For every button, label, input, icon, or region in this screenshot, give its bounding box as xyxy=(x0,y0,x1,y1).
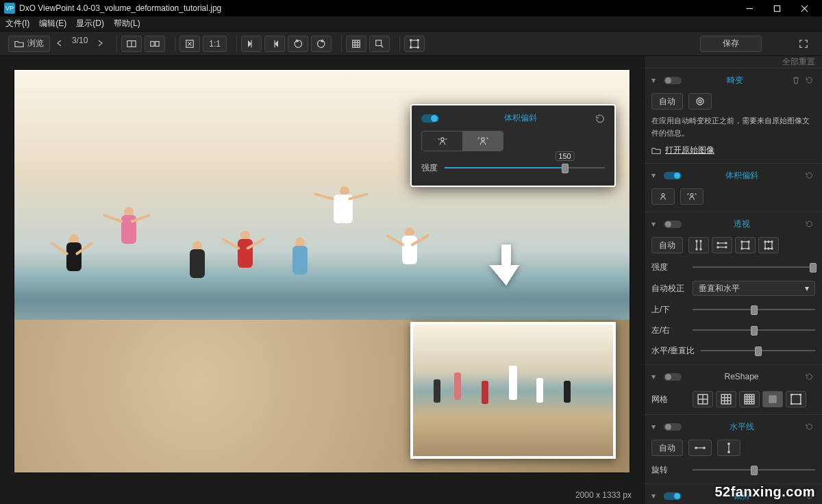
perspective-auto-button[interactable]: 自动 xyxy=(651,237,683,253)
reset-all-label[interactable]: 全部重置 xyxy=(782,56,815,68)
svg-point-29 xyxy=(700,240,701,242)
perspective-intensity-slider[interactable] xyxy=(693,260,815,274)
rotate-slider[interactable] xyxy=(693,463,815,477)
grid-2x2-button[interactable] xyxy=(693,391,713,407)
window-minimize-button[interactable] xyxy=(736,0,763,16)
leftright-slider[interactable] xyxy=(693,323,815,337)
image-canvas[interactable]: 体积偏斜 强度 150 xyxy=(14,69,630,473)
svg-point-48 xyxy=(768,248,769,249)
volume-spherical-button[interactable] xyxy=(651,188,675,205)
grid-solid-button[interactable] xyxy=(762,391,783,407)
horizon-auto-button[interactable]: 自动 xyxy=(651,440,683,456)
undo-icon[interactable] xyxy=(804,220,815,228)
svg-point-68 xyxy=(800,394,801,395)
save-button[interactable]: 保存 xyxy=(700,36,762,52)
perspective-8point-button[interactable] xyxy=(758,237,779,253)
grid-4x4-button[interactable] xyxy=(739,391,760,407)
open-original-link[interactable]: 打开原始图像 xyxy=(651,144,815,156)
flip-vertical-button[interactable] xyxy=(264,36,285,52)
svg-rect-9 xyxy=(353,40,360,47)
chevron-down-icon[interactable]: ▾ xyxy=(651,491,660,501)
horizon-toggle[interactable] xyxy=(664,423,682,431)
undo-icon[interactable] xyxy=(804,76,815,84)
rotate-right-button[interactable] xyxy=(311,36,332,52)
chevron-down-icon[interactable]: ▾ xyxy=(651,422,660,431)
grid-3x3-button[interactable] xyxy=(716,391,736,407)
title-file: 03_volume_deformation_tutorial.jpg xyxy=(91,3,222,13)
svg-point-40 xyxy=(748,241,749,242)
autocorrect-select[interactable]: 垂直和水平 ▾ xyxy=(693,281,815,296)
volume-toggle[interactable] xyxy=(664,172,682,179)
chevron-down-icon[interactable]: ▾ xyxy=(651,75,660,85)
menu-help[interactable]: 帮助(L) xyxy=(114,18,140,29)
volume-cylindrical-button[interactable] xyxy=(680,188,703,205)
reshape-tool-button[interactable] xyxy=(404,36,425,52)
menu-edit[interactable]: 编辑(E) xyxy=(39,18,66,29)
next-image-button[interactable] xyxy=(93,36,107,51)
overlay-undo-icon[interactable] xyxy=(595,114,605,123)
svg-rect-14 xyxy=(376,40,382,45)
svg-point-16 xyxy=(410,39,412,40)
svg-point-36 xyxy=(717,247,719,248)
svg-point-41 xyxy=(741,248,743,249)
flip-horizontal-button[interactable] xyxy=(241,36,262,52)
svg-point-18 xyxy=(410,47,412,48)
chevron-down-icon[interactable]: ▾ xyxy=(651,219,660,229)
menu-file[interactable]: 文件(I) xyxy=(5,18,29,29)
undo-icon[interactable] xyxy=(804,373,815,381)
overlay-intensity-value: 150 xyxy=(555,151,574,161)
svg-rect-1 xyxy=(774,5,780,11)
zoom-100-button[interactable]: 1:1 xyxy=(203,36,227,52)
toolbar: 浏览 3/10 1:1 保存 xyxy=(0,32,822,56)
svg-point-23 xyxy=(699,100,701,103)
volume-mode-spherical[interactable] xyxy=(422,131,462,151)
zoom-fit-button[interactable] xyxy=(179,36,200,52)
browse-button[interactable]: 浏览 xyxy=(8,36,50,52)
undo-icon[interactable] xyxy=(804,423,815,431)
horizon-horizontal-button[interactable] xyxy=(688,440,712,456)
horizon-vertical-button[interactable] xyxy=(717,440,740,456)
svg-point-19 xyxy=(417,47,419,48)
menu-view[interactable]: 显示(D) xyxy=(76,18,104,29)
volume-mode-cylindrical[interactable] xyxy=(462,131,503,151)
browse-label: 浏览 xyxy=(27,38,44,49)
perspective-horizontal-button[interactable] xyxy=(712,237,732,253)
distortion-auto-button[interactable]: 自动 xyxy=(651,93,683,110)
overlay-intensity-slider[interactable]: 150 xyxy=(445,161,605,175)
chevron-down-icon[interactable]: ▾ xyxy=(651,372,660,381)
rotate-left-button[interactable] xyxy=(288,36,308,52)
loupe-button[interactable] xyxy=(369,36,390,52)
fullscreen-button[interactable] xyxy=(793,36,814,52)
svg-point-69 xyxy=(790,403,792,405)
reshape-toggle[interactable] xyxy=(664,373,682,381)
perspective-vertical-button[interactable] xyxy=(688,237,709,253)
updown-slider[interactable] xyxy=(693,303,815,316)
distortion-lens-button[interactable] xyxy=(688,93,712,110)
compare-sidebyside-button[interactable] xyxy=(145,36,165,52)
grid-custom-button[interactable] xyxy=(786,391,806,407)
prev-image-button[interactable] xyxy=(53,36,66,51)
perspective-toggle[interactable] xyxy=(664,220,682,228)
undo-icon[interactable] xyxy=(804,171,815,179)
titlebar: VP DxO ViewPoint 4.0 - 03_volume_deforma… xyxy=(0,0,822,16)
svg-point-70 xyxy=(800,403,801,405)
overlay-toggle[interactable] xyxy=(421,114,439,123)
grid-toggle-button[interactable] xyxy=(346,36,366,52)
distortion-title: 畸变 xyxy=(682,75,788,86)
compare-split-button[interactable] xyxy=(121,36,142,52)
image-dimensions: 2000 x 1333 px xyxy=(575,490,632,500)
horizon-title: 水平线 xyxy=(682,421,801,433)
svg-point-17 xyxy=(417,39,419,40)
svg-point-35 xyxy=(725,242,727,244)
window-maximize-button[interactable] xyxy=(763,0,790,16)
hv-slider[interactable] xyxy=(701,344,815,357)
perspective-rectangle-button[interactable] xyxy=(735,237,756,253)
trash-icon[interactable] xyxy=(790,76,801,84)
chevron-down-icon[interactable]: ▾ xyxy=(651,171,660,180)
distortion-toggle[interactable] xyxy=(664,77,682,84)
svg-point-30 xyxy=(696,249,697,250)
grid-label: 网格 xyxy=(651,394,693,405)
crop-toggle[interactable] xyxy=(664,492,682,500)
window-close-button[interactable] xyxy=(790,0,818,16)
leftright-label: 左/右 xyxy=(651,325,693,336)
